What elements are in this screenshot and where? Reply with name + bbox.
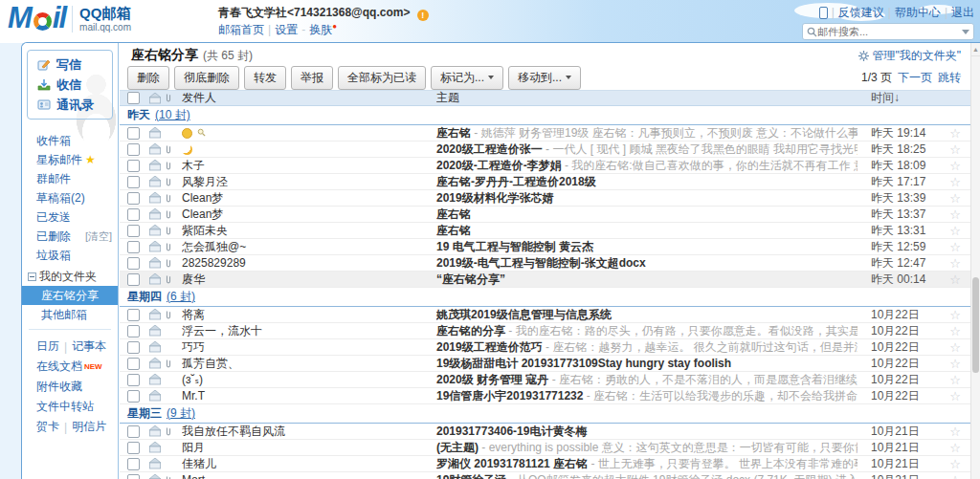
row-checkbox[interactable] — [127, 225, 140, 237]
mail-row[interactable]: 佳猪儿罗湘仪 201931781121 座右铭 - 世上无难事，只要肯登攀。 世… — [120, 456, 970, 472]
mail-row[interactable]: 木子2020级-工程造价-李梦娟 - 我的座右铭:做自己喜欢做的事，你的生活就不… — [120, 158, 970, 174]
manage-folders-link[interactable]: 管理"我的文件夹" — [858, 48, 961, 64]
mail-row[interactable]: 2020级工程造价张一 - 一代人 [ 现代 ] 顾城 黑夜给了我黑色的眼睛 我… — [120, 142, 970, 158]
column-subject[interactable]: 主题 — [436, 90, 858, 106]
column-time-sort[interactable]: 时间↓ — [858, 90, 940, 106]
star-toggle-icon[interactable]: ☆ — [940, 191, 970, 206]
row-checkbox[interactable] — [127, 374, 140, 386]
account-alert-icon[interactable]: ! — [417, 10, 429, 21]
search-scope-caret-icon[interactable] — [962, 30, 969, 34]
search-box[interactable] — [802, 23, 974, 40]
my-folders-group[interactable]: 我的文件夹 — [22, 267, 118, 286]
sidebar-item-calendar-notes[interactable]: 日历|记事本 — [22, 337, 118, 357]
mail-row[interactable]: 阳月(无主题) - everything is possible 意义：这句英文… — [120, 440, 970, 456]
sidebar-item-deleted[interactable]: 已删除[清空] — [22, 227, 118, 246]
star-toggle-icon[interactable]: ☆ — [940, 142, 970, 157]
star-toggle-icon[interactable]: ☆ — [940, 175, 970, 189]
mail-row[interactable]: 巧巧2019级工程造价范巧 - 座右铭：越努力，越幸运。 很久之前就听过这句话，… — [120, 339, 970, 356]
mail-row[interactable]: Clean梦2019级材料化学张芯婧昨天 13:39☆ — [120, 190, 970, 207]
mail-row[interactable]: Mort19财管徐子涵 - 从QQ邮箱发来的超大附件 19财管徐子涵.docx … — [120, 472, 970, 479]
star-toggle-icon[interactable]: ☆ — [940, 473, 970, 479]
collapse-icon[interactable] — [28, 272, 36, 281]
mail-row[interactable]: 将离姚茂琪2019级信息管理与信息系统10月22日☆ — [120, 307, 970, 323]
qqmail-logo[interactable]: Mil QQ邮箱 mail.qq.com — [8, 1, 131, 35]
sidebar-item-junk[interactable]: 垃圾箱 — [22, 246, 118, 265]
nav-settings[interactable]: 设置 — [275, 23, 298, 36]
sidebar-item-receive[interactable]: 收信 — [28, 75, 112, 95]
row-checkbox[interactable] — [127, 257, 140, 270]
toolbar-button-6[interactable]: 移动到... — [508, 66, 581, 90]
sidebar-item-inbox[interactable]: 收件箱 — [22, 131, 118, 150]
row-checkbox[interactable] — [127, 192, 140, 205]
row-checkbox[interactable] — [127, 309, 140, 321]
vertical-scrollbar[interactable]: ▲ — [970, 43, 980, 479]
sidebar-item-motto-share[interactable]: 座右铭分享 — [22, 286, 118, 305]
row-checkbox[interactable] — [127, 425, 140, 438]
toolbar-button-5[interactable]: 标记为... — [431, 66, 503, 90]
envelope-column-icon[interactable] — [148, 93, 163, 104]
mail-row[interactable]: 赓华“座右铭分享”昨天 00:14☆ — [120, 272, 970, 288]
row-checkbox[interactable] — [127, 160, 140, 172]
sidebar-item-label[interactable]: 贺卡 — [36, 419, 59, 435]
sidebar-item-drafts[interactable]: 草稿箱(2) — [22, 188, 118, 207]
nav-skin[interactable]: 换肤 — [309, 23, 332, 36]
scrollbar-thumb[interactable] — [972, 277, 979, 373]
sidebar-item-online-docs[interactable]: 在线文档NEW — [22, 357, 118, 377]
sidebar-item-label[interactable]: 日历 — [36, 338, 59, 355]
link-feedback[interactable]: 反馈建议 — [838, 6, 884, 19]
toolbar-button-3[interactable]: 举报 — [291, 66, 333, 90]
toolbar-button-0[interactable]: 删除 — [127, 66, 169, 90]
section-count-link[interactable]: (10 封) — [155, 107, 190, 123]
toolbar-button-4[interactable]: 全部标为已读 — [338, 66, 426, 90]
section-count-link[interactable]: (6 封) — [167, 289, 195, 305]
star-toggle-icon[interactable]: ☆ — [940, 324, 970, 338]
sidebar-item-cards[interactable]: 贺卡|明信片 — [22, 417, 118, 437]
sidebar-item-label[interactable]: 明信片 — [72, 419, 106, 435]
mail-row[interactable]: 孤芳自赏、19级杨甜甜电计 201931773109Stay hungry st… — [120, 356, 970, 372]
star-toggle-icon[interactable]: ☆ — [940, 425, 970, 439]
row-checkbox[interactable] — [127, 325, 140, 337]
star-toggle-icon[interactable]: ☆ — [940, 457, 970, 471]
next-page-link[interactable]: 下一页 — [898, 70, 932, 86]
mail-row[interactable]: Clean梦座右铭昨天 13:37☆ — [120, 207, 970, 223]
star-toggle-icon[interactable]: ☆ — [940, 224, 970, 238]
star-toggle-icon[interactable]: ☆ — [940, 126, 970, 141]
star-toggle-icon[interactable]: ☆ — [940, 159, 970, 173]
column-sender[interactable]: 发件人 — [182, 90, 436, 106]
mail-row[interactable]: 28258292892019级-电气工程与智能控制-张文超docx昨天 12:4… — [120, 255, 970, 272]
sidebar-item-file-transfer[interactable]: 文件中转站 — [22, 397, 118, 417]
sidebar-item-label[interactable]: 记事本 — [72, 338, 106, 355]
sidebar-item-sent[interactable]: 已发送 — [22, 207, 118, 227]
mail-row[interactable]: 座右铭 - 姚德萍 财务管理19级 座右铭：凡事预则立，不预则废 意义：不论做什… — [120, 125, 970, 142]
star-toggle-icon[interactable]: ☆ — [940, 389, 970, 403]
row-checkbox[interactable] — [127, 273, 140, 286]
row-checkbox[interactable] — [127, 474, 140, 479]
star-toggle-icon[interactable]: ☆ — [940, 373, 970, 387]
sidebar-item-contacts[interactable]: 通讯录 — [28, 95, 112, 115]
star-toggle-icon[interactable]: ☆ — [940, 207, 970, 222]
star-toggle-icon[interactable]: ☆ — [940, 240, 970, 254]
toolbar-button-2[interactable]: 转发 — [244, 66, 286, 90]
mail-row[interactable]: Mr.T19信管唐小宇201931771232 - 座右铭：生活可以给我漫步的乐… — [120, 388, 970, 404]
star-toggle-icon[interactable]: ☆ — [940, 256, 970, 271]
jump-link[interactable]: 跳转 — [938, 70, 961, 86]
row-checkbox[interactable] — [127, 143, 140, 156]
toolbar-button-1[interactable]: 彻底删除 — [174, 66, 239, 90]
mail-row[interactable]: 风黎月泾座右铭-罗丹丹-工程造价2018级昨天 17:17☆ — [120, 174, 970, 190]
nav-mail-home[interactable]: 邮箱首页 — [218, 23, 264, 36]
mail-row[interactable]: 紫陌未央座右铭昨天 13:31☆ — [120, 223, 970, 239]
star-toggle-icon[interactable]: ☆ — [940, 308, 970, 322]
link-help[interactable]: 帮助中心 — [895, 6, 941, 19]
paperclip-column-icon[interactable] — [165, 93, 175, 103]
row-checkbox[interactable] — [127, 341, 140, 354]
row-checkbox[interactable] — [127, 241, 140, 253]
star-toggle-icon[interactable]: ☆ — [940, 441, 970, 455]
search-input[interactable] — [817, 26, 962, 37]
row-checkbox[interactable] — [127, 358, 140, 370]
mail-row[interactable]: 浮云一，流水十座右铭的分享 - 我的座右铭：路的尽头，仍有路，只要你愿意走。看似… — [120, 323, 970, 339]
star-toggle-icon[interactable]: ☆ — [940, 272, 970, 287]
row-checkbox[interactable] — [127, 176, 140, 188]
sidebar-item-other-mail[interactable]: 其他邮箱 — [22, 305, 118, 324]
row-checkbox[interactable] — [127, 458, 140, 470]
star-toggle-icon[interactable]: ☆ — [940, 340, 970, 355]
